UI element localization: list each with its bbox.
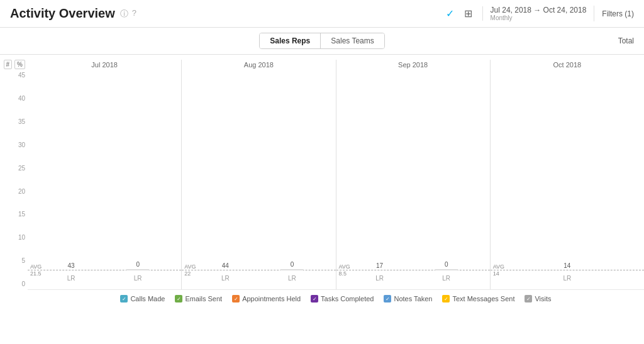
header-icons: ⓘ ?: [120, 8, 136, 19]
app-container: Activity Overview ⓘ ? ✓ ⊞ Jul 24, 2018 →…: [0, 0, 644, 306]
aug-bars: AVG22 44: [182, 71, 335, 289]
grid-view-icon[interactable]: ⊞: [462, 6, 475, 21]
sep-bar-2-stack: [435, 269, 458, 270]
chart-area: # % 0 5 10 15 20 25 30 35 40 45 Jul 201: [0, 55, 644, 306]
y-axis-labels: 0 5 10 15 20 25 30 35 40 45: [18, 72, 25, 306]
sep-bar-1: 17 LR: [349, 262, 411, 270]
legend-sms-icon: ✓: [442, 295, 450, 302]
months-container: Jul 2018 AVG21.5 43: [28, 60, 644, 289]
legend-appt-label: Appointments Held: [242, 295, 301, 302]
legend-visits-label: Visits: [535, 295, 551, 302]
date-range-picker[interactable]: Jul 24, 2018 → Oct 24, 2018 Monthly: [491, 6, 595, 21]
legend-emails-label: Emails Sent: [185, 295, 222, 302]
list-view-icon[interactable]: ✓: [443, 6, 457, 21]
legend-notes-icon: ✓: [384, 295, 391, 302]
month-sep: Sep 2018 AVG8.5 17: [336, 60, 491, 289]
aug-bar-2: 0 LR: [261, 261, 323, 270]
month-jul: Jul 2018 AVG21.5 43: [28, 60, 182, 289]
legend-appt: ✓ Appointments Held: [232, 295, 301, 302]
jul-bar-2: 0 LR: [107, 261, 169, 270]
header: Activity Overview ⓘ ? ✓ ⊞ Jul 24, 2018 →…: [0, 0, 644, 28]
legend-calls-label: Calls Made: [130, 295, 165, 302]
count-toggle[interactable]: #: [4, 60, 13, 69]
header-right: ✓ ⊞ Jul 24, 2018 → Oct 24, 2018 Monthly …: [443, 6, 634, 21]
y-axis-controls: # %: [4, 60, 25, 69]
oct-bar-1: 14 LR: [503, 262, 631, 270]
oct-bars: AVG14 14 LR: [491, 71, 644, 289]
help-icon[interactable]: ?: [132, 8, 136, 19]
tab-sales-reps[interactable]: Sales Reps: [260, 33, 321, 48]
total-label[interactable]: Total: [618, 36, 634, 45]
aug-bar-1: 44 LR: [194, 262, 256, 270]
legend-tasks-icon: ✓: [311, 295, 318, 302]
sep-bar-2: 0 LR: [416, 261, 477, 270]
legend-calls: ✓ Calls Made: [120, 295, 165, 302]
y-axis: # % 0 5 10 15 20 25 30 35 40 45: [0, 60, 28, 306]
tab-sales-teams[interactable]: Sales Teams: [321, 33, 384, 48]
header-left: Activity Overview ⓘ ?: [10, 6, 136, 21]
month-oct: Oct 2018 AVG14 14 LR: [491, 60, 644, 289]
jul-bars: AVG21.5 43: [28, 71, 181, 289]
legend: ✓ Calls Made ✓ Emails Sent ✓ Appointment…: [28, 289, 644, 306]
sep-bars: AVG8.5 17 LR: [336, 71, 490, 289]
legend-calls-icon: ✓: [120, 295, 128, 302]
legend-notes-label: Notes Taken: [394, 295, 432, 302]
percent-toggle[interactable]: %: [14, 60, 25, 69]
info-icon[interactable]: ⓘ: [120, 8, 128, 19]
view-toggle: ✓ ⊞: [443, 6, 483, 21]
chart-content: Jul 2018 AVG21.5 43: [28, 60, 644, 306]
legend-tasks: ✓ Tasks Completed: [311, 295, 374, 302]
filters-button[interactable]: Filters (1): [602, 9, 634, 18]
legend-appt-icon: ✓: [232, 295, 240, 302]
toolbar: Sales Reps Sales Teams Total: [0, 28, 644, 55]
jul-bar-2-stack: [126, 269, 149, 270]
aug-bar-2-stack: [280, 269, 303, 270]
legend-sms: ✓ Text Messages Sent: [442, 295, 514, 302]
legend-visits-icon: ✓: [525, 295, 532, 302]
jul-bar-1: 43 LR: [40, 262, 102, 270]
tab-group: Sales Reps Sales Teams: [259, 33, 385, 49]
page-title: Activity Overview: [10, 6, 115, 21]
legend-emails-icon: ✓: [175, 295, 182, 302]
legend-visits: ✓ Visits: [525, 295, 551, 302]
legend-tasks-label: Tasks Completed: [321, 295, 374, 302]
legend-sms-label: Text Messages Sent: [452, 295, 514, 302]
legend-emails: ✓ Emails Sent: [175, 295, 222, 302]
legend-notes: ✓ Notes Taken: [384, 295, 432, 302]
month-aug: Aug 2018 AVG22 44: [182, 60, 336, 289]
